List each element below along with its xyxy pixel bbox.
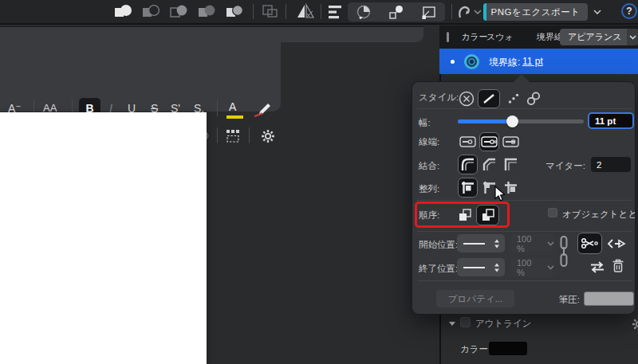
panel-drag-handle[interactable] bbox=[447, 32, 449, 42]
end-line-style-dropdown[interactable] bbox=[457, 258, 505, 276]
style-brush-button[interactable] bbox=[525, 90, 542, 108]
compound-shapes-icon[interactable] bbox=[262, 3, 279, 19]
export-png-label: PNGをエクスポート bbox=[490, 6, 580, 18]
pie-select-icon[interactable] bbox=[356, 4, 372, 20]
divider bbox=[249, 127, 250, 143]
export-accent-bar bbox=[483, 3, 486, 21]
separator bbox=[417, 108, 632, 109]
link-chain-icon[interactable] bbox=[558, 235, 569, 268]
separator bbox=[417, 280, 632, 281]
flip-icon[interactable] bbox=[296, 2, 315, 20]
properties-label: プロパティ... bbox=[448, 293, 502, 305]
start-line-style-dropdown[interactable] bbox=[457, 234, 505, 252]
box-select-icon[interactable] bbox=[421, 4, 437, 20]
pressure-label: 筆圧: bbox=[538, 294, 580, 306]
toolbar-divider bbox=[286, 4, 286, 19]
join-round-button[interactable] bbox=[458, 155, 478, 174]
miter-input[interactable]: 2 bbox=[591, 157, 631, 172]
width-label: 幅: bbox=[419, 117, 431, 129]
boolean-intersect-icon[interactable] bbox=[170, 2, 188, 20]
pressure-profile-button[interactable] bbox=[584, 292, 634, 306]
width-slider-fill bbox=[458, 119, 513, 123]
start-percent-dropdown[interactable]: 100 % bbox=[510, 234, 554, 252]
scissors-button[interactable] bbox=[577, 233, 602, 254]
canvas-page[interactable] bbox=[0, 112, 207, 364]
align-label: 整列: bbox=[419, 183, 439, 195]
disclosure-triangle-icon[interactable] bbox=[448, 321, 456, 327]
miter-label: マイター: bbox=[542, 160, 585, 172]
divider bbox=[217, 100, 218, 116]
visibility-dot[interactable] bbox=[451, 60, 455, 64]
scale-with-object-checkbox[interactable] bbox=[548, 208, 557, 217]
tab-color[interactable]: カラー bbox=[461, 31, 488, 43]
color-swatch[interactable] bbox=[489, 342, 527, 355]
join-bevel-button[interactable] bbox=[479, 155, 499, 174]
text-format-panel: A⁻ AA B I U S S' S, A ¶ [スタイルなし] bbox=[0, 41, 281, 112]
style-solid-button[interactable] bbox=[478, 89, 500, 108]
context-toolbar-strip bbox=[0, 26, 423, 42]
end-percent-value: 100 % bbox=[517, 258, 542, 277]
width-slider-thumb[interactable] bbox=[506, 115, 518, 127]
start-position-label: 開始位置: bbox=[419, 239, 458, 251]
panel-tab-bar: カラー スウォ 境界線 アピアランス bbox=[439, 25, 638, 49]
separator bbox=[417, 231, 632, 232]
popup-beak bbox=[514, 74, 530, 82]
boolean-divide-icon[interactable] bbox=[226, 2, 244, 20]
stroke-row-value[interactable]: 11 pt bbox=[522, 56, 543, 67]
properties-button[interactable]: プロパティ... bbox=[436, 290, 514, 307]
color-label: カラー bbox=[460, 343, 488, 355]
outline-checkbox[interactable] bbox=[460, 317, 471, 327]
help-glyph: ? bbox=[626, 6, 632, 17]
stroke-ring-icon[interactable] bbox=[463, 53, 480, 70]
style-dashed-button[interactable] bbox=[505, 90, 522, 108]
node-select-icon[interactable] bbox=[388, 4, 404, 20]
pen-color-icon[interactable] bbox=[252, 99, 273, 119]
align-center-button[interactable] bbox=[458, 178, 478, 198]
help-button[interactable]: ? bbox=[621, 3, 637, 19]
width-input[interactable]: 11 pt bbox=[588, 112, 634, 129]
boolean-subtract-icon[interactable] bbox=[142, 2, 160, 20]
divider bbox=[217, 127, 218, 143]
gear-icon[interactable] bbox=[631, 316, 638, 332]
cap-label: 線端: bbox=[419, 136, 439, 148]
highlight-color-button[interactable]: A bbox=[229, 100, 236, 113]
cap-butt-button[interactable] bbox=[458, 132, 478, 151]
stroke-row-label: 境界線: bbox=[489, 56, 520, 69]
highlight-color-bar bbox=[226, 115, 243, 119]
cap-square-button[interactable] bbox=[501, 132, 521, 151]
boolean-add-icon[interactable] bbox=[114, 2, 132, 20]
mouse-cursor bbox=[494, 186, 507, 203]
trash-icon[interactable] bbox=[612, 258, 624, 273]
chevron-down-icon[interactable] bbox=[474, 10, 482, 14]
swap-arrows-icon[interactable] bbox=[589, 260, 606, 274]
width-value: 11 pt bbox=[595, 116, 616, 126]
panel-overflow-chevron[interactable] bbox=[627, 29, 638, 45]
stroke-popup: スタイル: 幅: 11 pt 線端: 結合: マイター: 2 整列: 順序: bbox=[412, 81, 636, 315]
scale-with-object-label: オブジェクトとともに bbox=[562, 209, 636, 221]
order-highlight-box bbox=[415, 202, 510, 228]
end-percent-dropdown[interactable]: 100 % bbox=[510, 258, 554, 276]
align-icon[interactable] bbox=[327, 3, 343, 21]
arrow-marker-button[interactable] bbox=[605, 233, 628, 253]
style-label: スタイル: bbox=[419, 92, 459, 104]
tab-appearance[interactable]: アピアランス bbox=[560, 29, 630, 45]
miter-value: 2 bbox=[597, 160, 601, 170]
cap-round-button[interactable] bbox=[479, 132, 499, 151]
grid-options-icon[interactable] bbox=[226, 129, 241, 143]
toolbar-divider bbox=[321, 4, 321, 19]
top-toolbar: PNGをエクスポート ? bbox=[0, 0, 638, 25]
join-label: 結合: bbox=[419, 160, 439, 172]
join-miter-button[interactable] bbox=[501, 155, 521, 174]
hook-icon[interactable] bbox=[457, 3, 471, 20]
outline-label: アウトライン bbox=[475, 318, 532, 330]
application-window: PNGをエクスポート ? A⁻ AA B I U S S' S, A ¶ [スタ… bbox=[0, 0, 638, 364]
gear-icon[interactable] bbox=[260, 128, 276, 144]
style-none-button[interactable] bbox=[458, 90, 475, 108]
stroke-appearance-row[interactable]: 境界線: 11 pt bbox=[439, 49, 638, 74]
tab-swatches[interactable]: スウォ bbox=[486, 31, 514, 43]
start-percent-value: 100 % bbox=[517, 234, 542, 253]
toolbar-divider bbox=[253, 4, 254, 19]
export-png-button[interactable]: PNGをエクスポート bbox=[483, 3, 588, 21]
export-chevron-icon[interactable] bbox=[593, 10, 601, 14]
boolean-xor-icon[interactable] bbox=[198, 2, 216, 20]
